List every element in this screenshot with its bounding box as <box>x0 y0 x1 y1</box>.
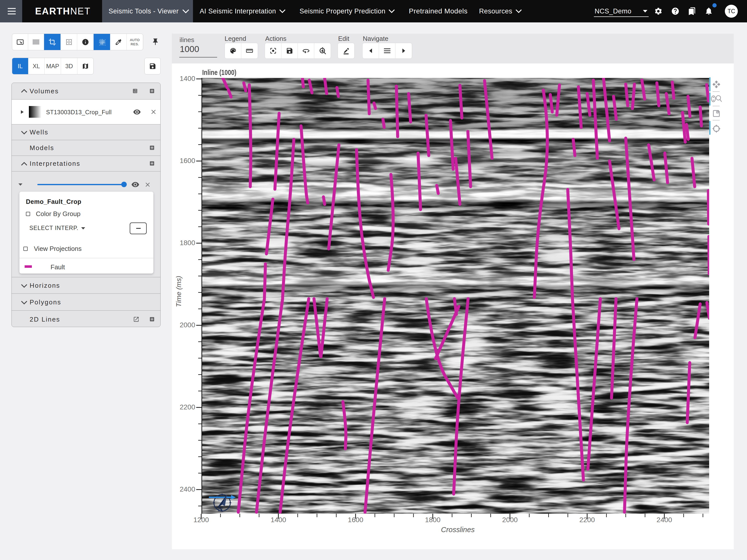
svg-text:N: N <box>217 505 223 513</box>
